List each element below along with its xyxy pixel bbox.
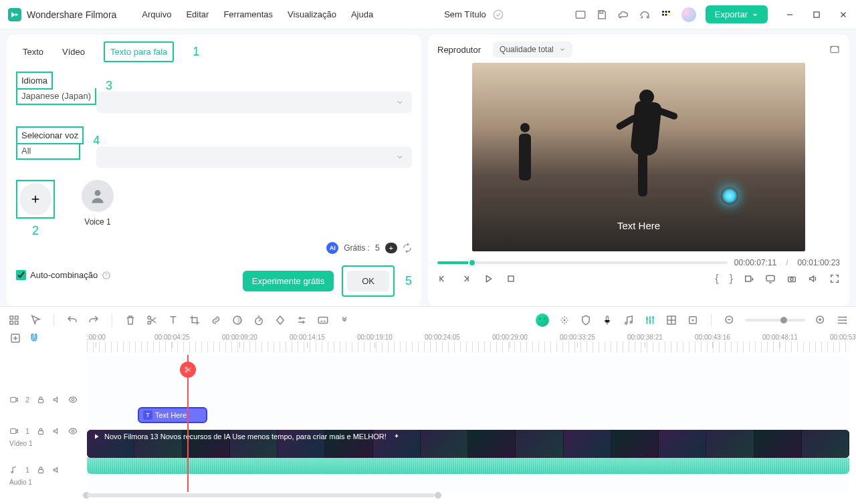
window-maximize-icon[interactable] bbox=[812, 10, 821, 19]
window-minimize-icon[interactable] bbox=[785, 10, 794, 19]
preview-scrubber[interactable] bbox=[437, 261, 728, 264]
voice-avatar-icon[interactable] bbox=[82, 180, 114, 212]
svg-point-7 bbox=[662, 13, 664, 15]
zoom-in-icon[interactable] bbox=[815, 314, 827, 326]
voice-dropdown[interactable] bbox=[96, 146, 412, 168]
timeline-horizontal-scrollbar[interactable] bbox=[7, 492, 849, 499]
tab-video[interactable]: Vídeo bbox=[62, 41, 85, 62]
marker-icon[interactable] bbox=[687, 314, 699, 326]
menu-editar[interactable]: Editar bbox=[186, 9, 209, 19]
timecode-separator: / bbox=[786, 258, 788, 267]
color-icon[interactable] bbox=[231, 314, 243, 326]
mic-icon[interactable] bbox=[601, 314, 613, 326]
lock-icon[interactable] bbox=[36, 395, 45, 404]
zoom-out-icon[interactable] bbox=[724, 314, 736, 326]
split-scissors-icon[interactable] bbox=[146, 314, 158, 326]
svg-rect-2 bbox=[576, 11, 585, 18]
cloud-icon[interactable] bbox=[617, 9, 629, 21]
window-close-icon[interactable] bbox=[839, 10, 848, 19]
quality-dropdown[interactable]: Qualidade total bbox=[493, 41, 572, 57]
save-icon[interactable] bbox=[596, 9, 608, 21]
fullscreen-icon[interactable] bbox=[829, 273, 840, 284]
keyframe-icon[interactable] bbox=[274, 314, 286, 326]
refresh-icon[interactable] bbox=[403, 243, 412, 253]
display-icon[interactable] bbox=[765, 273, 776, 284]
timeline-ruler[interactable]: :00:0000:00:04:2500:00:09:2000:00:14:150… bbox=[87, 332, 849, 355]
camera-icon[interactable] bbox=[786, 273, 797, 284]
menu-ferramentas[interactable]: Ferramentas bbox=[223, 9, 273, 19]
more-icon[interactable] bbox=[338, 314, 350, 326]
annotation-2: 2 bbox=[32, 224, 39, 238]
mark-out-button[interactable]: } bbox=[730, 273, 733, 285]
music-icon[interactable] bbox=[623, 314, 635, 326]
apps-grid-icon[interactable] bbox=[660, 9, 672, 21]
ai-assistant-icon[interactable] bbox=[536, 313, 549, 327]
svg-rect-40 bbox=[11, 398, 16, 402]
redo-icon[interactable] bbox=[88, 314, 100, 326]
try-free-button[interactable]: Experimente grátis bbox=[243, 271, 334, 291]
link-icon[interactable] bbox=[210, 314, 222, 326]
layout-icon[interactable] bbox=[574, 9, 586, 21]
auto-combination-input[interactable] bbox=[16, 270, 26, 280]
ruler-tick: 00:00:33:25 bbox=[560, 334, 595, 348]
select-tool-icon[interactable] bbox=[8, 314, 20, 326]
zoom-slider[interactable] bbox=[745, 319, 805, 322]
help-icon[interactable]: ? bbox=[102, 271, 111, 280]
track-view-icon[interactable] bbox=[836, 314, 848, 326]
snapshot-icon[interactable] bbox=[829, 44, 840, 55]
mute-icon[interactable] bbox=[52, 395, 62, 404]
audio-waveform[interactable] bbox=[87, 458, 849, 474]
timeline-playhead[interactable] bbox=[187, 355, 189, 492]
svg-point-11 bbox=[95, 190, 101, 196]
subtitle-icon[interactable] bbox=[317, 314, 329, 326]
text-clip[interactable]: T Text Here bbox=[138, 407, 207, 423]
prev-frame-button[interactable] bbox=[437, 273, 448, 284]
preview-title: Reprodutor bbox=[437, 45, 481, 55]
stop-button[interactable] bbox=[506, 273, 516, 284]
crop-tool-icon[interactable] bbox=[189, 314, 201, 326]
speed-icon[interactable] bbox=[253, 314, 265, 326]
timecode-current: 00:00:07:11 bbox=[734, 258, 776, 267]
mute-icon[interactable] bbox=[52, 426, 62, 436]
sparkle-icon[interactable] bbox=[558, 314, 570, 326]
add-track-icon[interactable] bbox=[9, 332, 21, 344]
split-at-playhead-button[interactable] bbox=[180, 362, 196, 378]
undo-icon[interactable] bbox=[66, 314, 78, 326]
ok-button[interactable]: OK bbox=[347, 271, 389, 291]
play-button[interactable] bbox=[483, 273, 494, 284]
grid-icon[interactable] bbox=[665, 314, 677, 326]
text-clip-label: Text Here bbox=[155, 411, 187, 419]
saved-check-icon bbox=[493, 9, 504, 20]
tab-tts[interactable]: Texto para fala bbox=[104, 41, 174, 62]
chevron-down-icon bbox=[396, 153, 404, 161]
lock-icon[interactable] bbox=[36, 465, 45, 475]
mark-in-button[interactable]: { bbox=[715, 273, 718, 285]
ratio-dropdown-icon[interactable] bbox=[744, 273, 754, 284]
menu-arquivo[interactable]: Arquivo bbox=[142, 9, 171, 19]
magnet-icon[interactable] bbox=[28, 332, 40, 344]
adjust-icon[interactable] bbox=[296, 314, 308, 326]
text-tool-icon[interactable] bbox=[167, 314, 179, 326]
idioma-dropdown[interactable] bbox=[96, 92, 412, 113]
preview-viewport[interactable]: Text Here bbox=[472, 63, 805, 251]
mixer-icon[interactable] bbox=[644, 314, 656, 326]
tab-texto[interactable]: Texto bbox=[23, 41, 43, 62]
credits-count: 5 bbox=[375, 243, 380, 253]
headphones-icon[interactable] bbox=[639, 9, 651, 21]
mute-icon[interactable] bbox=[52, 465, 62, 475]
next-frame-button[interactable] bbox=[460, 273, 471, 284]
user-avatar-icon[interactable] bbox=[681, 7, 696, 22]
shield-icon[interactable] bbox=[580, 314, 592, 326]
delete-icon[interactable] bbox=[124, 314, 136, 326]
export-button[interactable]: Exportar bbox=[706, 5, 768, 23]
pointer-tool-icon[interactable] bbox=[29, 314, 41, 326]
add-voice-button[interactable] bbox=[16, 180, 55, 219]
menu-visualizacao[interactable]: Visualização bbox=[288, 9, 336, 19]
eye-icon[interactable] bbox=[68, 395, 78, 404]
add-credits-button[interactable]: + bbox=[385, 243, 397, 253]
lock-icon[interactable] bbox=[36, 426, 45, 436]
video-clip[interactable]: Novo Filmora 13 Novos recursos de IA Use… bbox=[87, 430, 849, 458]
volume-icon[interactable] bbox=[808, 273, 819, 284]
eye-icon[interactable] bbox=[68, 426, 78, 436]
menu-ajuda[interactable]: Ajuda bbox=[351, 9, 373, 19]
